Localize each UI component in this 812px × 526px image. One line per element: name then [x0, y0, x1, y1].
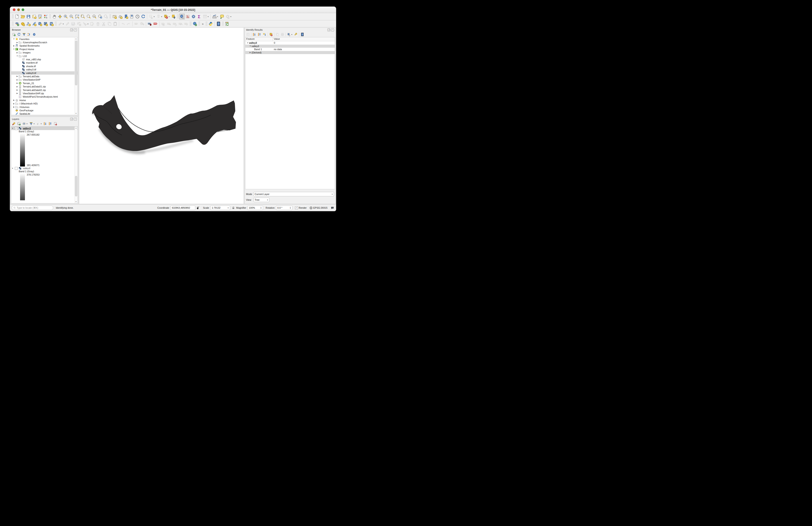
- lock-scale-icon[interactable]: [232, 206, 235, 209]
- rotate-label-button[interactable]: abc: [178, 21, 183, 27]
- toolbar-drag-handle[interactable]: [206, 22, 207, 26]
- float-panel-icon[interactable]: ❏: [70, 28, 73, 31]
- new-geopackage-button[interactable]: [20, 21, 26, 27]
- expand-arrow-icon[interactable]: ▶: [13, 45, 15, 47]
- browser-item-week4part1terrainanalysis-html[interactable]: ‹/›Week4Part1TerrainAnalysis.html: [11, 95, 77, 99]
- clear-results-button[interactable]: [269, 32, 273, 37]
- toolbar-drag-handle[interactable]: [222, 22, 223, 26]
- run-feature-action-button[interactable]: [225, 14, 231, 19]
- zoom-out-button[interactable]: [69, 14, 74, 19]
- highlight-pinned-labels-button[interactable]: abc: [153, 21, 158, 27]
- change-label-button[interactable]: abc: [172, 21, 178, 27]
- scroll-down-icon[interactable]: ▼: [75, 201, 77, 202]
- collapse-arrow-icon[interactable]: ▼: [11, 127, 14, 129]
- float-panel-icon[interactable]: ❏: [328, 28, 330, 31]
- show-spatial-bookmarks-button[interactable]: [129, 14, 135, 19]
- browser-item-terrainlabdata01-zip[interactable]: ▶TerrainLabData01.zip: [11, 85, 77, 88]
- collapse-all-button[interactable]: [257, 32, 262, 37]
- help-contents-button[interactable]: ?: [300, 32, 305, 37]
- scroll-up-icon[interactable]: ▲: [75, 127, 77, 129]
- toolbar-drag-handle[interactable]: [49, 14, 51, 19]
- layer-visibility-checkbox[interactable]: ✓: [15, 127, 18, 130]
- browser-item-valley9-tif[interactable]: valley9.tif: [11, 71, 77, 75]
- browser-item-terrain-01[interactable]: ▶Terrain_01: [11, 82, 77, 85]
- copy-features-button[interactable]: [106, 21, 112, 27]
- map-themes-button[interactable]: [21, 121, 27, 126]
- messages-icon[interactable]: [331, 206, 334, 210]
- undo-button[interactable]: [120, 21, 126, 27]
- redo-button[interactable]: [126, 21, 131, 27]
- identify-row-valley3[interactable]: ▼valley30: [245, 41, 335, 45]
- python-console-button[interactable]: [208, 21, 214, 27]
- new-shapefile-button[interactable]: [26, 21, 31, 27]
- dropdown-arrow-icon[interactable]: ▼: [40, 123, 42, 125]
- current-edits-button[interactable]: [57, 21, 63, 27]
- expand-arrow-icon[interactable]: ▶: [16, 82, 18, 84]
- dropdown-arrow-icon[interactable]: ▼: [26, 123, 28, 125]
- measure-button[interactable]: [212, 14, 217, 19]
- browser-item-users-maples-scratch[interactable]: ▶/Users/maples/Scratch: [11, 41, 77, 44]
- toolbar-overflow-button[interactable]: »: [202, 22, 204, 26]
- save-layer-edits-button[interactable]: [70, 21, 76, 27]
- identify-features-button[interactable]: i: [179, 14, 185, 19]
- toolbar-drag-handle[interactable]: [177, 14, 178, 19]
- new-spatialite-layer-button[interactable]: [31, 21, 37, 27]
- identify-row-band-1[interactable]: Band 1no data: [245, 48, 335, 51]
- identify-mode-button[interactable]: i: [286, 32, 291, 37]
- pan-to-selection-button[interactable]: [57, 14, 63, 19]
- rotation-input[interactable]: 0.0 °▲▼: [276, 205, 292, 210]
- data-source-manager-button[interactable]: [14, 21, 20, 27]
- new-3d-map-view-button[interactable]: [117, 14, 123, 19]
- zoom-last-button[interactable]: [97, 14, 103, 19]
- attribute-table-button[interactable]: [202, 14, 208, 19]
- float-panel-icon[interactable]: ❏: [70, 118, 73, 120]
- layer-styling-button[interactable]: [12, 121, 16, 126]
- identify-row-valley3[interactable]: ▼valley3: [245, 45, 335, 48]
- expand-all-button[interactable]: [252, 32, 257, 37]
- identify-settings-button[interactable]: [293, 32, 298, 37]
- statistics-button[interactable]: [185, 14, 191, 19]
- view-select[interactable]: Tree▼: [253, 198, 270, 202]
- filter-legend-button[interactable]: [29, 121, 33, 126]
- crs-status[interactable]: EPSG:26915: [313, 207, 328, 209]
- paste-features-button[interactable]: [112, 21, 118, 27]
- new-memory-layer-button[interactable]: [48, 21, 54, 27]
- coordinate-input[interactable]: 632863,4850892: [171, 205, 195, 210]
- delete-selected-button[interactable]: [95, 21, 101, 27]
- help-contents-button[interactable]: ?: [216, 21, 221, 27]
- expand-arrow-icon[interactable]: ▶: [13, 103, 15, 105]
- toggle-editing-button[interactable]: [64, 21, 70, 27]
- new-map-view-button[interactable]: [112, 14, 117, 19]
- add-group-button[interactable]: [17, 121, 21, 126]
- browser-item-volumes[interactable]: ▶/Volumes: [11, 105, 77, 109]
- value-column-header[interactable]: Value: [273, 37, 281, 41]
- browser-item-images[interactable]: ▶images: [11, 51, 77, 54]
- scale-select[interactable]: 1:79132▼: [210, 205, 230, 210]
- filter-expression-button[interactable]: ε: [36, 121, 41, 126]
- zoom-in-button[interactable]: [63, 14, 69, 19]
- filter-browser-button[interactable]: [21, 32, 27, 37]
- dropdown-arrow-icon[interactable]: ▼: [291, 34, 293, 35]
- zoom-full-button[interactable]: [74, 14, 80, 19]
- pan-map-button[interactable]: [52, 14, 57, 19]
- zoom-to-selection-button[interactable]: [80, 14, 86, 19]
- scroll-up-icon[interactable]: ▲: [75, 38, 77, 40]
- show-hide-labels-button[interactable]: abc: [160, 21, 166, 27]
- style-manager-button[interactable]: a: [43, 14, 48, 19]
- expander-icon[interactable]: ▶: [249, 52, 251, 54]
- toolbar-drag-handle[interactable]: [12, 22, 13, 26]
- layer-visibility-checkbox[interactable]: [15, 167, 18, 170]
- feature-column-header[interactable]: Feature: [245, 37, 273, 41]
- browser-item-terrainlabdata02-zip[interactable]: ▶TerrainLabData02.zip: [11, 88, 77, 91]
- zoom-to-layer-button[interactable]: [86, 14, 91, 19]
- close-panel-icon[interactable]: ×: [74, 118, 77, 120]
- close-panel-icon[interactable]: ×: [74, 28, 77, 31]
- collapse-arrow-icon[interactable]: ▼: [16, 55, 18, 57]
- browser-item-spatialite[interactable]: SpatiaLite: [11, 112, 77, 115]
- expand-new-results-button[interactable]: [262, 32, 267, 37]
- expand-arrow-icon[interactable]: ▶: [13, 106, 15, 108]
- new-virtual-layer-button[interactable]: [43, 21, 48, 27]
- expand-arrow-icon[interactable]: ▶: [16, 86, 18, 88]
- browser-item-terrainlabdata[interactable]: ▶TerrainLabData: [11, 75, 77, 78]
- browser-item-home[interactable]: ▶Home: [11, 99, 77, 102]
